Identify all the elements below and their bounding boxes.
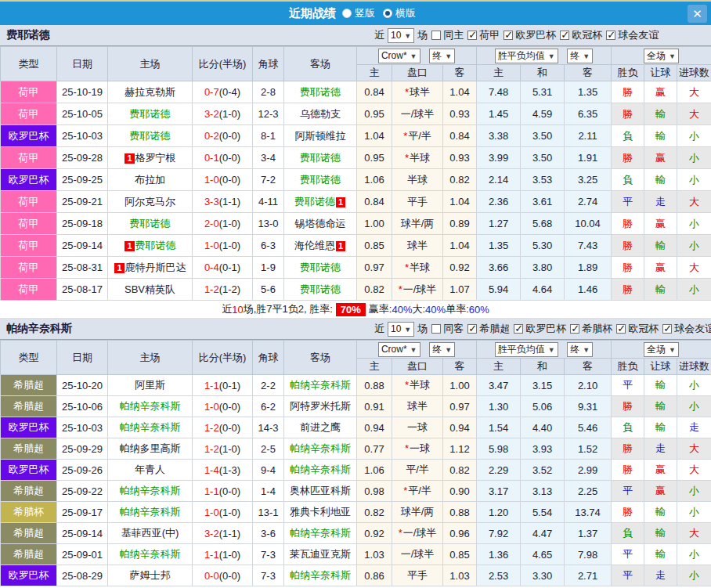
filter-checkbox[interactable] (606, 31, 615, 40)
team-name: 费耶诺德 (6, 28, 50, 42)
sub-col-mean-away: 客 (565, 359, 612, 375)
sub-col-handicap-result: 让球 (644, 65, 677, 81)
final-select[interactable]: 终▼ (429, 49, 455, 63)
away-team: 帕纳辛奈科斯 (284, 565, 357, 586)
home-team: 年青人 (108, 460, 193, 481)
mean-draw-odds: 5.54 (521, 502, 565, 523)
final-select[interactable]: 终▼ (429, 342, 455, 357)
mean-draw-odds: 5.68 (521, 213, 565, 235)
close-icon[interactable]: ✕ (688, 5, 707, 23)
radio-vertical[interactable] (342, 9, 352, 18)
mean-select[interactable]: 胜平负均值▼ (495, 342, 558, 357)
league-badge: 荷甲 (1, 235, 57, 257)
filter-checkbox[interactable] (616, 324, 626, 334)
mean-away-odds: 5.46 (565, 417, 612, 438)
away-team: 费耶诺德 (284, 257, 357, 279)
sub-col-handicap-result: 让球 (644, 359, 677, 375)
mean-draw-odds: 3.13 (521, 481, 565, 502)
radio-vertical-label[interactable]: 竖版 (355, 6, 375, 20)
section-header: 帕纳辛奈科斯 近 10▼ 场 同客希腊超欧罗巴杯希腊杯欧冠杯球会友谊欧会杯 (0, 319, 711, 340)
filter-checkbox[interactable] (662, 324, 672, 334)
team-name-text: 费耶诺德 (300, 283, 341, 295)
handicap-text: 球半/两 (401, 218, 435, 229)
team-name-text: 雅典卡利地亚 (290, 506, 351, 518)
filter-checkbox[interactable] (560, 31, 569, 40)
final-select2[interactable]: 终▼ (567, 342, 593, 357)
star-marker: * (405, 379, 409, 391)
col-away: 客场 (284, 341, 357, 375)
star-marker: * (399, 283, 402, 295)
mean-away-odds: 1.37 (565, 523, 612, 544)
star-marker: * (405, 262, 409, 273)
handicap-result-cell: 赢 (644, 213, 677, 235)
handicap-line: 球半 (392, 396, 443, 417)
league-badge: 希腊超 (1, 396, 57, 417)
radio-horizontal-label[interactable]: 横版 (395, 6, 416, 20)
handicap-result-cell: 赢 (644, 481, 677, 502)
away-odds: 0.90 (443, 481, 477, 502)
filter-checkbox[interactable] (467, 31, 477, 40)
league-badge: 希腊超 (1, 544, 57, 565)
scope-select[interactable]: 全场▼ (644, 342, 679, 357)
handicap-line: 平手 (392, 565, 443, 586)
final-select2[interactable]: 终▼ (567, 49, 593, 63)
team-name-text: 费耶诺德 (300, 86, 341, 98)
scope-select[interactable]: 全场▼ (644, 49, 679, 63)
sub-col-handicap: 盘口 (392, 359, 443, 375)
handicap-result-cell: 輸 (644, 103, 677, 125)
handicap-text: 球半 (407, 240, 428, 251)
away-team: 奥林匹亚科斯 (284, 481, 357, 502)
handicap-text: 一/球半 (403, 527, 437, 539)
match-date: 25-09-18 (57, 213, 108, 235)
away-odds: 0.82 (443, 460, 477, 481)
team-name-text: 帕纳辛奈科斯 (290, 464, 351, 475)
handicap-rate-value: 40% (392, 304, 412, 316)
result-cell: 平 (612, 544, 644, 565)
games-count-select[interactable]: 10▼ (388, 322, 414, 337)
handicap-line: *一球 (392, 438, 443, 460)
handicap-text: 半球 (407, 174, 428, 186)
home-team: SBV精英队 (108, 279, 193, 301)
bookmaker-select[interactable]: Crow*▼ (378, 342, 420, 357)
filter-checkbox[interactable] (570, 324, 579, 334)
radio-horizontal[interactable] (383, 9, 392, 18)
mean-draw-odds: 3.15 (521, 375, 565, 396)
full-time-score: 1-0 (204, 240, 219, 251)
corners-cell: 6-3 (253, 235, 284, 257)
handicap-text: 平/半 (408, 485, 431, 496)
chevron-down-icon: ▼ (548, 52, 555, 60)
league-badge: 荷甲 (1, 213, 57, 235)
filter-label: 同客 (443, 323, 464, 334)
team-name-text: 帕纳多里高斯 (120, 442, 181, 454)
home-team: 帕纳辛奈科斯 (108, 544, 193, 565)
full-time-score: 0-1 (204, 152, 219, 164)
score-cell: 1-4(1-3) (193, 460, 253, 481)
match-row: 欧罗巴杯25-10-03费耶诺德0-2(0-0)8-1阿斯顿维拉1.04*平/半… (1, 125, 711, 147)
full-time-score: 1-2 (204, 422, 219, 434)
filter-checkbox[interactable] (431, 31, 441, 40)
bookmaker-select[interactable]: Crow*▼ (378, 49, 420, 63)
team-name-text: 前进之鹰 (300, 421, 341, 433)
away-odds: 1.04 (443, 81, 477, 103)
filter-checkbox[interactable] (503, 31, 513, 40)
away-odds: 1.04 (443, 235, 477, 257)
mean-select[interactable]: 胜平负均值▼ (495, 49, 558, 63)
home-odds: 0.77 (357, 438, 392, 460)
home-team: 帕纳多里高斯 (108, 438, 193, 460)
filter-checkbox[interactable] (467, 324, 477, 334)
away-team: 帕纳辛奈科斯 (284, 523, 357, 544)
filter-checkbox[interactable] (431, 324, 441, 334)
scope-group-header: 全场▼ (612, 47, 711, 65)
mean-draw-odds: 3.80 (521, 257, 565, 279)
filter-checkbox[interactable] (514, 324, 523, 334)
games-count-select[interactable]: 10▼ (388, 28, 414, 43)
away-team: 阿斯顿维拉 (284, 125, 357, 147)
filter-label: 欧冠杯 (572, 29, 602, 41)
match-row: 希腊杯25-09-17帕纳辛奈科斯1-0(1-0)13-1雅典卡利地亚0.82球… (1, 502, 711, 523)
match-date: 25-10-20 (57, 375, 108, 396)
full-time-score: 3-2 (204, 108, 219, 120)
handicap-result-cell: 赢 (644, 460, 677, 481)
home-odds: 0.98 (357, 481, 392, 502)
score-cell: 0-7(0-4) (193, 81, 253, 103)
match-date: 25-10-03 (57, 417, 108, 438)
